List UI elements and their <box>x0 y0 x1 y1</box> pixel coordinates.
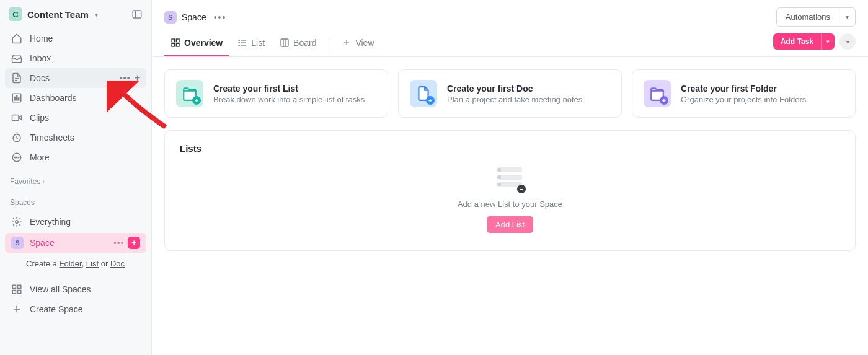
plus-badge-icon: + <box>426 96 435 105</box>
chevron-right-icon: › <box>43 178 45 185</box>
card-title: Create your first Folder <box>681 84 806 94</box>
sidebar-collapse-icon[interactable] <box>131 9 143 20</box>
add-to-space-button[interactable]: + <box>128 237 140 249</box>
spaces-label: Spaces <box>10 198 35 207</box>
card-create-list[interactable]: + Create your first List Break down work… <box>164 69 388 118</box>
card-title: Create your first List <box>213 84 365 94</box>
lists-panel: Lists + Add a new List to your Space Add… <box>164 130 856 251</box>
add-task-button: Add Task ▾ <box>773 33 835 50</box>
card-title: Create your first Doc <box>447 84 582 94</box>
nav-label: Dashboards <box>30 93 77 103</box>
svg-rect-8 <box>12 115 19 121</box>
folder-card-icon: + <box>644 80 671 107</box>
svg-point-12 <box>14 157 16 158</box>
nav-label: Everything <box>30 217 71 227</box>
plus-badge-icon: + <box>192 96 201 105</box>
tab-label: Overview <box>184 38 223 48</box>
main: S Space ••• Automations ▾ Overview List … <box>152 0 868 355</box>
view-all-spaces[interactable]: View all Spaces <box>5 279 146 299</box>
timesheets-icon <box>11 132 22 143</box>
everything-icon <box>11 216 22 227</box>
tab-label: List <box>251 38 265 48</box>
spaces-section: Spaces <box>0 190 151 211</box>
nav-inbox[interactable]: Inbox <box>5 48 146 68</box>
spaces-list: Everything <box>0 211 151 233</box>
doc-card-icon: + <box>410 80 437 107</box>
favorites-section[interactable]: Favorites › <box>0 169 151 190</box>
team-name: Content Team <box>27 9 89 20</box>
team-badge: C <box>9 7 22 21</box>
nav-label: Timesheets <box>30 133 74 142</box>
nav-label: Clips <box>30 113 49 123</box>
automations-button: Automations ▾ <box>776 7 856 27</box>
add-list-button[interactable]: Add List <box>487 216 533 233</box>
svg-rect-19 <box>18 291 21 294</box>
tab-label: View <box>355 38 374 48</box>
nav-label: View all Spaces <box>30 284 91 294</box>
tab-list[interactable]: List <box>231 32 271 56</box>
space-item[interactable]: S Space ••• + <box>5 233 146 253</box>
add-task-dropdown[interactable]: ▾ <box>821 33 835 50</box>
card-create-folder[interactable]: + Create your first Folder Organize your… <box>632 69 856 118</box>
lists-empty-state: + Add a new List to your Space Add List <box>180 166 840 233</box>
breadcrumb: S Space ••• <box>164 11 226 24</box>
more-circle-icon <box>11 152 22 163</box>
tab-overview[interactable]: Overview <box>164 32 229 56</box>
svg-rect-18 <box>12 291 16 294</box>
nav-more[interactable]: More <box>5 147 146 167</box>
svg-rect-23 <box>176 39 179 42</box>
nav-timesheets[interactable]: Timesheets <box>5 128 146 147</box>
svg-rect-0 <box>133 11 141 18</box>
svg-point-29 <box>239 40 239 40</box>
view-options-button[interactable]: ▾ <box>839 33 856 50</box>
sidebar: C Content Team ▾ Home Inbox Docs ••• <box>0 0 152 355</box>
svg-point-14 <box>18 157 19 158</box>
svg-point-31 <box>239 45 239 45</box>
svg-rect-6 <box>16 95 17 100</box>
automations-label[interactable]: Automations <box>777 8 839 26</box>
overview-icon <box>170 38 180 48</box>
onboarding-cards: + Create your first List Break down work… <box>164 69 856 118</box>
docs-icon <box>11 72 22 84</box>
svg-rect-16 <box>12 285 16 288</box>
nav-everything[interactable]: Everything <box>5 212 146 232</box>
tabbar: Overview List Board View Add Task ▾ ▾ <box>152 32 868 57</box>
tab-add-view[interactable]: View <box>335 32 380 56</box>
hint-list-link[interactable]: List <box>86 259 99 268</box>
svg-rect-7 <box>18 98 19 100</box>
add-task-label[interactable]: Add Task <box>773 33 821 50</box>
tab-board[interactable]: Board <box>273 32 322 56</box>
nav-home[interactable]: Home <box>5 28 146 48</box>
tab-separator <box>329 38 329 50</box>
card-subtitle: Organize your projects into Folders <box>681 95 806 104</box>
more-icon[interactable]: ••• <box>214 12 227 22</box>
hint-doc-link[interactable]: Doc <box>110 259 125 268</box>
team-switcher[interactable]: C Content Team ▾ <box>9 7 98 21</box>
nav-label: Docs <box>30 73 50 83</box>
sidebar-header: C Content Team ▾ <box>0 0 151 27</box>
grid-icon <box>11 284 22 295</box>
plus-icon[interactable]: + <box>135 72 140 84</box>
plus-icon <box>342 38 352 48</box>
svg-rect-32 <box>281 39 288 46</box>
list-icon <box>237 38 247 48</box>
plus-icon <box>11 304 22 315</box>
automations-dropdown[interactable]: ▾ <box>839 9 855 25</box>
nav-label: Home <box>30 33 53 43</box>
hint-folder-link[interactable]: Folder <box>59 259 81 268</box>
nav-docs[interactable]: Docs ••• + <box>5 68 146 88</box>
nav-dashboards[interactable]: Dashboards <box>5 88 146 108</box>
nav-clips[interactable]: Clips <box>5 108 146 128</box>
empty-text: Add a new List to your Space <box>458 199 562 209</box>
card-create-doc[interactable]: + Create your first Doc Plan a project a… <box>398 69 622 118</box>
more-icon[interactable]: ••• <box>113 239 124 248</box>
dashboard-icon <box>11 92 22 103</box>
chevron-down-icon: ▾ <box>95 11 98 18</box>
crumb-name[interactable]: Space <box>182 12 206 22</box>
more-icon[interactable]: ••• <box>120 73 131 83</box>
tab-label: Board <box>293 38 316 48</box>
create-space[interactable]: Create Space <box>5 299 146 319</box>
space-hint: Create a Folder, List or Doc <box>0 253 151 274</box>
topbar: S Space ••• Automations ▾ <box>152 0 868 32</box>
svg-point-30 <box>239 42 239 43</box>
